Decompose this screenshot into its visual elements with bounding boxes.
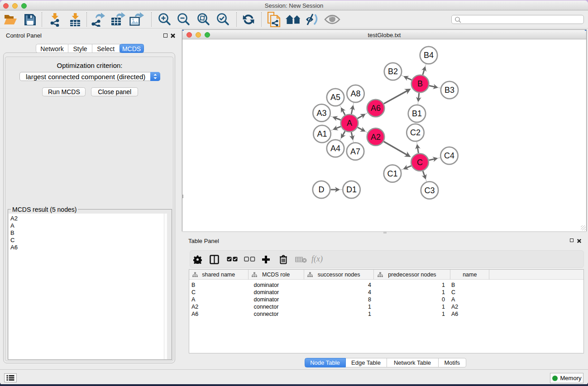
svg-text:B3: B3 [445,86,454,95]
svg-text:A5: A5 [330,93,340,102]
svg-text:A4: A4 [330,144,340,153]
svg-text:C4: C4 [444,151,454,160]
svg-text:B2: B2 [388,67,398,76]
svg-text:A7: A7 [350,147,360,156]
svg-text:B4: B4 [424,51,434,60]
svg-text:C3: C3 [424,186,435,195]
svg-text:A: A [347,119,352,128]
svg-text:C2: C2 [410,128,421,137]
svg-text:A2: A2 [371,133,381,142]
svg-text:C: C [417,158,423,167]
svg-text:A1: A1 [317,129,327,138]
svg-text:B: B [417,79,423,88]
svg-text:D: D [319,185,325,194]
svg-text:A3: A3 [316,109,326,118]
svg-text:A8: A8 [350,89,360,98]
svg-text:D1: D1 [346,185,357,194]
svg-text:B1: B1 [412,109,422,118]
svg-text:A6: A6 [371,104,381,113]
svg-text:C1: C1 [387,169,397,178]
